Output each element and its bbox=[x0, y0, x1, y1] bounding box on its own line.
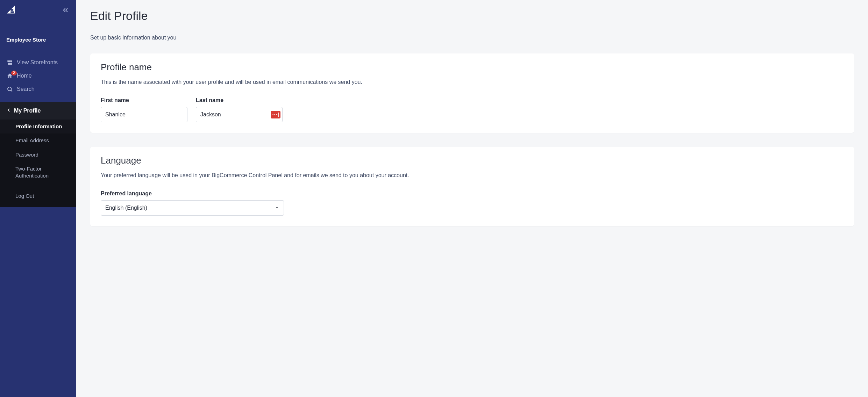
nav-primary: View Storefronts 2 Home Search bbox=[0, 46, 76, 96]
nav-section-header-myprofile[interactable]: My Profile bbox=[0, 102, 76, 120]
svg-point-2 bbox=[8, 87, 12, 91]
svg-line-3 bbox=[11, 90, 12, 92]
storefront-icon bbox=[6, 59, 13, 66]
form-field-last-name: Last name bbox=[196, 97, 283, 122]
select-wrap: English (English) bbox=[101, 200, 284, 216]
logo-icon bbox=[6, 5, 16, 16]
subnav-label: Profile Information bbox=[15, 123, 62, 129]
last-name-input[interactable] bbox=[196, 107, 283, 122]
subnav: Profile Information Email Address Passwo… bbox=[0, 120, 76, 207]
form-field-language: Preferred language English (English) bbox=[101, 190, 844, 216]
first-name-input[interactable] bbox=[101, 107, 187, 122]
subnav-label: Log Out bbox=[15, 193, 34, 199]
card-description: Your preferred language will be used in … bbox=[101, 172, 844, 179]
collapse-sidebar-button[interactable] bbox=[60, 5, 71, 16]
store-name[interactable]: Employee Store bbox=[0, 20, 76, 46]
search-icon bbox=[6, 86, 13, 92]
nav-section-profile: My Profile Profile Information Email Add… bbox=[0, 102, 76, 207]
card-language: Language Your preferred language will be… bbox=[90, 147, 854, 226]
subnav-label: Two-Factor Authentication bbox=[15, 166, 49, 179]
input-wrap bbox=[196, 107, 283, 122]
main-content: Edit Profile Set up basic information ab… bbox=[76, 0, 868, 397]
last-name-label: Last name bbox=[196, 97, 283, 103]
sidebar-top bbox=[0, 0, 76, 20]
subnav-item-two-factor[interactable]: Two-Factor Authentication bbox=[0, 162, 76, 183]
nav-item-search[interactable]: Search bbox=[0, 82, 76, 96]
chevron-left-icon bbox=[6, 108, 11, 114]
subnav-item-email-address[interactable]: Email Address bbox=[0, 133, 76, 147]
form-field-first-name: First name bbox=[101, 97, 187, 122]
select-value: English (English) bbox=[105, 205, 147, 211]
subnav-item-password[interactable]: Password bbox=[0, 148, 76, 162]
page-subtitle: Set up basic information about you bbox=[90, 35, 854, 41]
nav-section-title: My Profile bbox=[14, 108, 41, 114]
preferred-language-label: Preferred language bbox=[101, 190, 844, 197]
nav-item-storefronts[interactable]: View Storefronts bbox=[0, 56, 76, 69]
card-heading: Language bbox=[101, 155, 844, 166]
sidebar: Employee Store View Storefronts 2 Home S… bbox=[0, 0, 76, 397]
nav-label: Search bbox=[17, 86, 35, 92]
first-name-label: First name bbox=[101, 97, 187, 103]
card-heading: Profile name bbox=[101, 62, 844, 73]
subnav-spacer bbox=[0, 183, 76, 189]
nav-label: View Storefronts bbox=[17, 59, 58, 66]
card-description: This is the name associated with your us… bbox=[101, 79, 844, 85]
nav-item-home[interactable]: 2 Home bbox=[0, 69, 76, 82]
preferred-language-select[interactable]: English (English) bbox=[101, 200, 284, 216]
password-manager-icon[interactable] bbox=[271, 111, 280, 118]
svg-rect-1 bbox=[10, 11, 14, 13]
page-title: Edit Profile bbox=[90, 9, 854, 23]
input-wrap bbox=[101, 107, 187, 122]
home-badge: 2 bbox=[11, 71, 17, 75]
subnav-item-profile-information[interactable]: Profile Information bbox=[0, 120, 76, 133]
subnav-label: Password bbox=[15, 152, 38, 158]
form-row-names: First name Last name bbox=[101, 97, 844, 122]
nav-label: Home bbox=[17, 73, 32, 79]
svg-rect-0 bbox=[10, 9, 13, 10]
subnav-label: Email Address bbox=[15, 137, 49, 143]
card-profile-name: Profile name This is the name associated… bbox=[90, 53, 854, 133]
subnav-item-logout[interactable]: Log Out bbox=[0, 189, 76, 203]
